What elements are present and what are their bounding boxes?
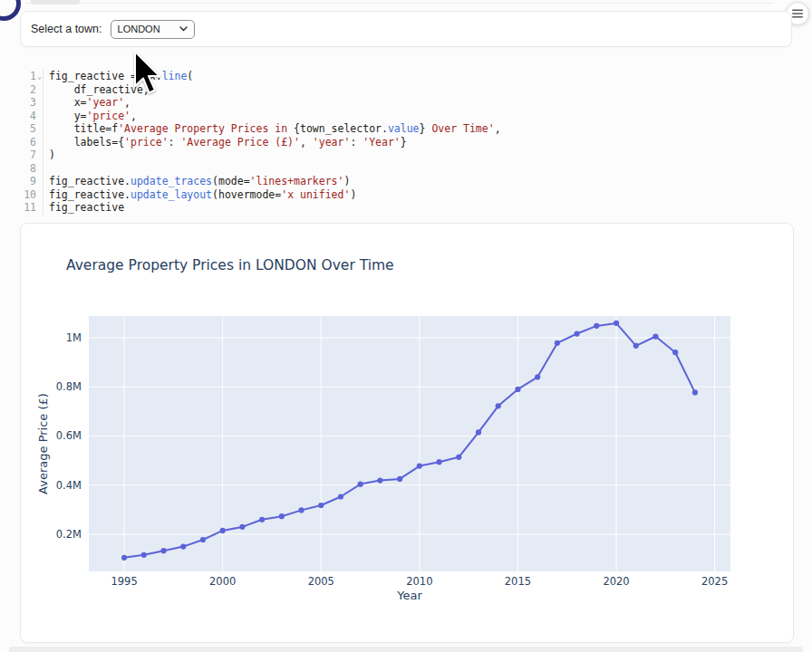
y-tick-label: 0.2M <box>56 528 82 541</box>
data-point-marker <box>672 350 678 355</box>
data-point-marker <box>358 482 363 487</box>
y-axis-label: Average Price (£) <box>36 393 50 494</box>
data-point-marker <box>160 548 166 553</box>
code-line[interactable]: 7) <box>20 149 794 162</box>
data-point-marker <box>652 333 658 339</box>
town-select-label: Select a town: <box>31 23 102 35</box>
code-line[interactable]: 9fig_reactive.update_traces(mode='lines+… <box>20 175 794 188</box>
line-number: 6 <box>20 136 36 149</box>
code-line[interactable]: 10fig_reactive.update_layout(hovermode='… <box>20 188 794 202</box>
fold-gutter <box>36 122 43 136</box>
line-number: 8 <box>20 162 36 176</box>
line-number: 3 <box>20 96 36 110</box>
town-select-dropdown[interactable]: LONDON <box>111 20 195 39</box>
code-line[interactable]: 6 labels={'price': 'Average Price (£)', … <box>20 136 794 149</box>
data-point-marker <box>121 555 127 561</box>
line-number: 2 <box>20 83 36 97</box>
notebook-page: Select a town: LONDON 1⌄fig_reactive = p… <box>0 0 812 652</box>
code-line[interactable]: 1⌄fig_reactive = px.line( <box>20 70 794 83</box>
hamburger-icon <box>792 9 803 18</box>
code-line[interactable]: 3 x='year', <box>20 96 794 110</box>
code-text: x='year', <box>43 96 794 110</box>
code-line[interactable]: 8 <box>20 162 794 176</box>
code-text: fig_reactive <box>43 201 794 215</box>
chevron-down-icon <box>179 26 188 32</box>
code-text: fig_reactive.update_layout(hovermode='x … <box>43 188 794 202</box>
data-point-marker <box>377 477 382 483</box>
line-number: 9 <box>20 175 36 188</box>
plot-area[interactable] <box>89 316 730 571</box>
data-point-marker <box>298 507 304 513</box>
top-tab-decoration <box>31 0 80 5</box>
line-number: 10 <box>20 188 36 202</box>
data-point-marker <box>575 331 580 336</box>
x-tick-label: 2015 <box>505 575 531 588</box>
x-tick-label: 2000 <box>209 575 236 588</box>
line-number: 1 <box>20 70 36 83</box>
code-editor[interactable]: 1⌄fig_reactive = px.line(2 df_reactive,3… <box>20 70 794 215</box>
data-point-marker <box>417 463 422 468</box>
data-point-marker <box>456 455 461 460</box>
fold-gutter <box>36 175 43 188</box>
code-line[interactable]: 2 df_reactive, <box>20 83 794 97</box>
town-select-value: LONDON <box>118 24 160 34</box>
x-axis-label: Year <box>396 589 422 602</box>
x-tick-label: 1995 <box>111 575 137 588</box>
code-text: fig_reactive.update_traces(mode='lines+m… <box>43 175 794 188</box>
data-point-marker <box>200 537 206 542</box>
code-line[interactable]: 11fig_reactive <box>20 201 794 215</box>
data-point-marker <box>692 389 698 395</box>
data-point-marker <box>259 517 265 523</box>
y-tick-label: 0.6M <box>56 429 82 442</box>
data-point-marker <box>141 552 147 558</box>
line-number: 5 <box>20 122 36 136</box>
fold-gutter <box>36 96 43 110</box>
x-tick-label: 2005 <box>308 575 334 588</box>
data-point-marker <box>436 459 441 465</box>
fold-gutter <box>36 188 43 202</box>
corner-arc-decoration <box>0 0 21 21</box>
data-point-marker <box>318 503 324 508</box>
fold-gutter <box>36 162 43 176</box>
code-text: title=f'Average Property Prices in {town… <box>43 122 794 136</box>
data-point-marker <box>476 429 481 435</box>
code-line[interactable]: 4 y='price', <box>20 110 794 123</box>
x-tick-label: 2020 <box>603 575 629 588</box>
y-tick-label: 0.4M <box>56 479 82 492</box>
data-point-marker <box>239 524 245 530</box>
data-point-marker <box>535 374 540 379</box>
y-tick-label: 1M <box>66 331 82 344</box>
code-text: ) <box>43 149 794 162</box>
data-point-marker <box>614 321 619 326</box>
fold-gutter <box>36 201 43 215</box>
code-text: y='price', <box>43 110 794 123</box>
data-point-marker <box>220 528 226 533</box>
code-line[interactable]: 5 title=f'Average Property Prices in {to… <box>20 122 794 136</box>
fold-gutter <box>36 149 43 162</box>
code-text: labels={'price': 'Average Price (£)', 'y… <box>43 136 794 149</box>
next-cell-top-edge <box>9 647 803 652</box>
chart-card: 19952000200520102015202020250.2M0.4M0.6M… <box>20 223 794 643</box>
plotly-chart: 19952000200520102015202020250.2M0.4M0.6M… <box>21 224 793 642</box>
controls-card: Select a town: LONDON <box>20 11 792 47</box>
data-point-marker <box>338 494 343 499</box>
line-number: 4 <box>20 110 36 123</box>
fold-gutter <box>36 110 43 123</box>
data-point-marker <box>555 340 560 346</box>
data-point-marker <box>279 513 285 519</box>
data-point-marker <box>397 476 402 482</box>
y-tick-label: 0.8M <box>56 380 82 393</box>
line-number: 11 <box>20 201 36 215</box>
code-text <box>43 162 794 176</box>
data-point-marker <box>633 343 639 349</box>
code-text: df_reactive, <box>43 83 794 97</box>
data-point-marker <box>180 543 186 549</box>
data-point-marker <box>515 387 520 392</box>
chevron-fold-icon[interactable]: ⌄ <box>36 70 43 83</box>
data-point-marker <box>594 323 599 329</box>
chart-title: Average Property Prices in LONDON Over T… <box>66 257 394 273</box>
top-divider <box>25 3 774 4</box>
x-tick-label: 2025 <box>701 575 728 588</box>
code-text: fig_reactive = px.line( <box>43 70 794 83</box>
x-tick-label: 2010 <box>406 575 432 588</box>
